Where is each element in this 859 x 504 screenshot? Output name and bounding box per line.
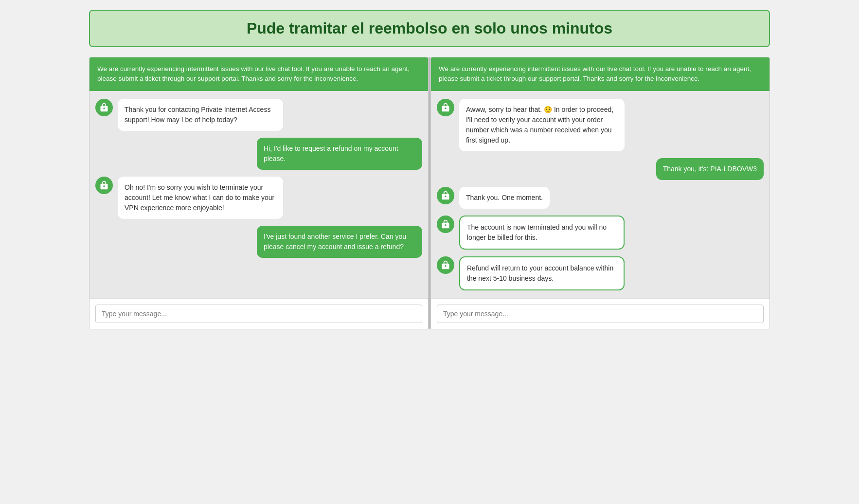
chats-container: We are currently experiencing intermitte… [89, 57, 770, 329]
avatar [437, 216, 454, 233]
bubble: Awww, sorry to hear that. 😟 In order to … [459, 99, 625, 151]
avatar [437, 256, 454, 274]
message-row: Awww, sorry to hear that. 😟 In order to … [437, 99, 764, 151]
message-row: Hi, I'd like to request a refund on my a… [95, 138, 422, 170]
messages-area-left: Thank you for contacting Private Interne… [89, 91, 428, 298]
page-title: Pude tramitar el reembolso en solo unos … [105, 19, 754, 37]
messages-area-right: Awww, sorry to hear that. 😟 In order to … [431, 91, 770, 298]
bubble-highlighted-2: Refund will return to your account balan… [459, 256, 625, 290]
message-row: I've just found another service I prefer… [95, 226, 422, 258]
avatar [437, 99, 454, 116]
message-row-highlighted: The account is now terminated and you wi… [437, 216, 764, 250]
avatar [95, 177, 113, 194]
input-area-left[interactable] [89, 298, 428, 329]
bubble: Thank you. One moment. [459, 187, 550, 209]
message-row: Thank you for contacting Private Interne… [95, 99, 422, 131]
header-banner: Pude tramitar el reembolso en solo unos … [89, 10, 770, 47]
chat-panel-left: We are currently experiencing intermitte… [89, 57, 429, 329]
bubble: Thank you for contacting Private Interne… [118, 99, 283, 131]
notice-banner-left: We are currently experiencing intermitte… [89, 57, 428, 91]
avatar [437, 187, 454, 204]
bubble-user: I've just found another service I prefer… [257, 226, 422, 258]
bubble-user: Thank you, it's: PIA-LDBOVW3 [656, 158, 764, 180]
message-row: Thank you, it's: PIA-LDBOVW3 [437, 158, 764, 180]
avatar [95, 99, 113, 116]
message-input-left[interactable] [95, 305, 422, 323]
message-input-right[interactable] [437, 305, 764, 323]
bubble: Oh no! I'm so sorry you wish to terminat… [118, 177, 283, 219]
input-area-right[interactable] [431, 298, 770, 329]
chat-panel-right: We are currently experiencing intermitte… [430, 57, 770, 329]
message-row: Thank you. One moment. [437, 187, 764, 209]
notice-banner-right: We are currently experiencing intermitte… [431, 57, 770, 91]
bubble-highlighted: The account is now terminated and you wi… [459, 216, 625, 250]
message-row: Oh no! I'm so sorry you wish to terminat… [95, 177, 422, 219]
message-row-highlighted-2: Refund will return to your account balan… [437, 256, 764, 290]
bubble-user: Hi, I'd like to request a refund on my a… [257, 138, 422, 170]
